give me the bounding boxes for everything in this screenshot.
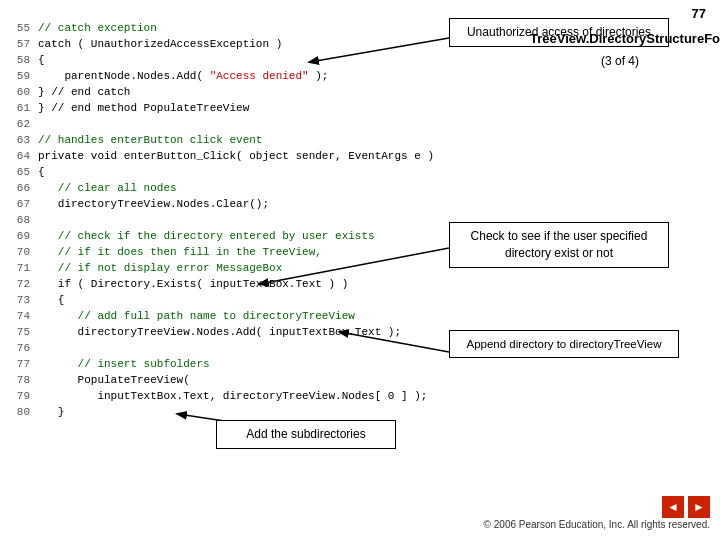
line-number: 62	[14, 116, 38, 132]
line-number: 57	[14, 36, 38, 52]
code-text: }	[38, 404, 64, 420]
callout-append-dir: Append directory to directoryTreeView	[449, 330, 679, 358]
table-row: 66 // clear all nodes	[14, 180, 444, 196]
line-number: 80	[14, 404, 38, 420]
code-text: // clear all nodes	[38, 180, 177, 196]
page-number: 77	[692, 6, 706, 21]
line-number: 55	[14, 20, 38, 36]
table-row: 61} // end method PopulateTreeView	[14, 100, 444, 116]
table-row: 69 // check if the directory entered by …	[14, 228, 444, 244]
code-text: // catch exception	[38, 20, 157, 36]
footer: ◄ ► © 2006 Pearson Education, Inc. All r…	[484, 492, 710, 532]
line-number: 59	[14, 68, 38, 84]
line-number: 64	[14, 148, 38, 164]
line-number: 67	[14, 196, 38, 212]
table-row: 68	[14, 212, 444, 228]
filename-label: TreeView.DirectoryStructureForm.cs	[530, 30, 710, 48]
line-number: 60	[14, 84, 38, 100]
line-number: 68	[14, 212, 38, 228]
table-row: 78 PopulateTreeView(	[14, 372, 444, 388]
callout-add-subdirs: Add the subdirectories	[216, 420, 396, 449]
table-row: 57catch ( UnauthorizedAccessException )	[14, 36, 444, 52]
code-text: private void enterButton_Click( object s…	[38, 148, 434, 164]
callout-check-dir: Check to see if the user specified direc…	[449, 222, 669, 268]
table-row: 70 // if it does then fill in the TreeVi…	[14, 244, 444, 260]
code-text: parentNode.Nodes.Add( "Access denied" );	[38, 68, 328, 84]
table-row: 65{	[14, 164, 444, 180]
line-number: 75	[14, 324, 38, 340]
line-number: 77	[14, 356, 38, 372]
code-text: } // end catch	[38, 84, 130, 100]
nav-buttons[interactable]: ◄ ►	[484, 496, 710, 518]
table-row: 74 // add full path name to directoryTre…	[14, 308, 444, 324]
table-row: 55// catch exception	[14, 20, 444, 36]
code-text: {	[38, 292, 64, 308]
table-row: 72 if ( Directory.Exists( inputTextBox.T…	[14, 276, 444, 292]
table-row: 59 parentNode.Nodes.Add( "Access denied"…	[14, 68, 444, 84]
table-row: 62	[14, 116, 444, 132]
code-text: PopulateTreeView(	[38, 372, 190, 388]
table-row: 58{	[14, 52, 444, 68]
table-row: 80 }	[14, 404, 444, 420]
table-row: 64private void enterButton_Click( object…	[14, 148, 444, 164]
line-number: 73	[14, 292, 38, 308]
code-text: } // end method PopulateTreeView	[38, 100, 249, 116]
line-number: 78	[14, 372, 38, 388]
next-button[interactable]: ►	[688, 496, 710, 518]
code-text: inputTextBox.Text, directoryTreeView.Nod…	[38, 388, 427, 404]
code-text: // if it does then fill in the TreeView,	[38, 244, 322, 260]
code-text: // check if the directory entered by use…	[38, 228, 375, 244]
code-text: if ( Directory.Exists( inputTextBox.Text…	[38, 276, 348, 292]
table-row: 75 directoryTreeView.Nodes.Add( inputTex…	[14, 324, 444, 340]
code-text: // handles enterButton click event	[38, 132, 262, 148]
copyright-text: © 2006 Pearson Education, Inc. All right…	[484, 518, 710, 532]
table-row: 63// handles enterButton click event	[14, 132, 444, 148]
line-number: 72	[14, 276, 38, 292]
code-text: directoryTreeView.Nodes.Add( inputTextBo…	[38, 324, 401, 340]
code-text: {	[38, 52, 45, 68]
table-row: 79 inputTextBox.Text, directoryTreeView.…	[14, 388, 444, 404]
table-row: 73 {	[14, 292, 444, 308]
table-row: 76	[14, 340, 444, 356]
line-number: 65	[14, 164, 38, 180]
table-row: 67 directoryTreeView.Nodes.Clear();	[14, 196, 444, 212]
code-text: // insert subfolders	[38, 356, 210, 372]
line-number: 58	[14, 52, 38, 68]
code-text: {	[38, 164, 45, 180]
line-number: 71	[14, 260, 38, 276]
line-number: 70	[14, 244, 38, 260]
line-number: 76	[14, 340, 38, 356]
code-text: directoryTreeView.Nodes.Clear();	[38, 196, 269, 212]
line-number: 69	[14, 228, 38, 244]
line-number: 74	[14, 308, 38, 324]
line-number: 79	[14, 388, 38, 404]
page-indicator: (3 of 4)	[530, 54, 710, 68]
code-text: catch ( UnauthorizedAccessException )	[38, 36, 282, 52]
line-number: 61	[14, 100, 38, 116]
line-number: 63	[14, 132, 38, 148]
code-area: 55// catch exception57catch ( Unauthoriz…	[14, 20, 444, 420]
table-row: 77 // insert subfolders	[14, 356, 444, 372]
line-number: 66	[14, 180, 38, 196]
info-panel: TreeView.DirectoryStructureForm.cs (3 of…	[530, 30, 710, 88]
code-text: // if not display error MessageBox	[38, 260, 282, 276]
prev-button[interactable]: ◄	[662, 496, 684, 518]
table-row: 71 // if not display error MessageBox	[14, 260, 444, 276]
code-text: // add full path name to directoryTreeVi…	[38, 308, 355, 324]
table-row: 60} // end catch	[14, 84, 444, 100]
